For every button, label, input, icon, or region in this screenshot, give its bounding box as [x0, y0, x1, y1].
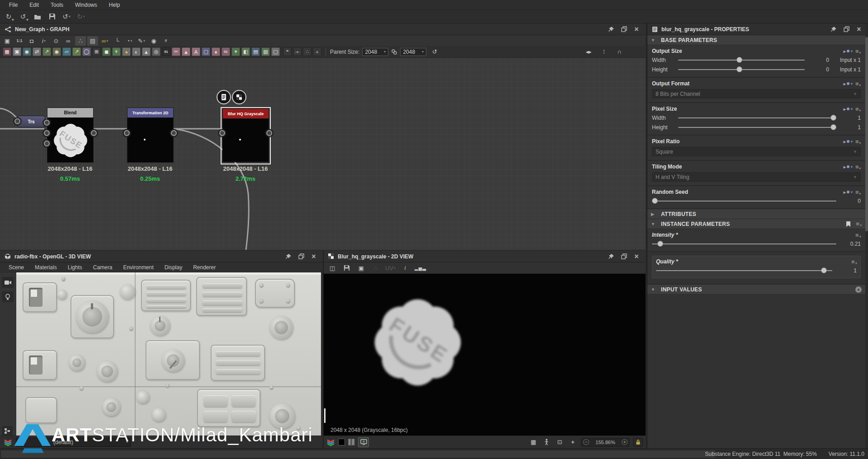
lock-zoom-button[interactable]	[633, 438, 643, 447]
function-button[interactable]: ▸▾	[844, 164, 853, 169]
palette-svg-button[interactable]: ▣	[13, 47, 21, 56]
save-image-button[interactable]	[342, 263, 352, 272]
palette-selection-button[interactable]: ▢	[202, 47, 210, 56]
palette-splines-button[interactable]: ✂	[172, 47, 180, 56]
zoom-level[interactable]: 155.86%	[591, 440, 619, 445]
height-value[interactable]: 1	[840, 124, 861, 131]
input-port[interactable]	[44, 141, 50, 146]
background-pattern-swatch[interactable]	[348, 439, 355, 445]
close-button[interactable]: ×	[632, 253, 641, 261]
view-splitter[interactable]	[323, 251, 324, 448]
options-menu-button[interactable]: ≡▾	[851, 259, 857, 265]
output-format-select[interactable]: 8 Bits per Channel▼	[652, 89, 861, 98]
section-instance-parameters[interactable]: ▼ INSTANCE PARAMETERS ≡▾	[647, 219, 865, 229]
palette-text-button[interactable]: A	[192, 47, 200, 56]
palette-splatter-button[interactable]: ⊞	[92, 47, 101, 56]
palette-transformation-button[interactable]: ▱	[62, 47, 71, 56]
pin-button[interactable]	[284, 253, 293, 261]
view3d-menu-scene[interactable]: Scene	[4, 263, 29, 272]
palette-subgraph-button[interactable]: ∴	[303, 47, 311, 56]
palette-box-button[interactable]: ▤	[251, 47, 260, 56]
camera-tool-button[interactable]	[2, 277, 14, 288]
palette-levels-button[interactable]: ◐	[132, 47, 141, 56]
zoom-in-button[interactable]: +	[622, 439, 627, 445]
palette-safe-transform-button[interactable]: ↗	[72, 47, 81, 56]
display-options-button[interactable]: ◂▸	[583, 47, 594, 56]
light-tool-button[interactable]	[2, 291, 14, 302]
intensity-slider[interactable]	[652, 241, 836, 247]
background-black-swatch[interactable]	[338, 439, 345, 445]
section-base-parameters[interactable]: ▼ BASE PARAMETERS	[647, 35, 865, 45]
palette-hsl-button[interactable]: ◎	[152, 47, 160, 56]
height-slider[interactable]	[678, 124, 836, 131]
reset-size-button[interactable]: ↺	[429, 47, 440, 56]
width-slider[interactable]	[678, 57, 805, 63]
float-window-button[interactable]	[619, 25, 628, 33]
zoom-actual-button[interactable]: 1:1	[14, 36, 25, 46]
search-button[interactable]: ⊙	[51, 36, 61, 46]
function-button[interactable]: ▸▾	[844, 139, 853, 144]
close-button[interactable]: ×	[632, 25, 641, 33]
menu-item-tools[interactable]: Tools	[45, 0, 69, 9]
pixel-ratio-select[interactable]: Square▼	[652, 147, 861, 156]
menu-item-windows[interactable]: Windows	[70, 0, 103, 9]
palette-fractal-button[interactable]: ✶	[231, 47, 240, 56]
palette-directional-warp-button[interactable]: ⇄	[33, 47, 41, 56]
timing-button[interactable]: ◔▾	[124, 36, 135, 46]
uv-overlay-select[interactable]: UV▾	[385, 263, 396, 272]
material-channels-icon[interactable]	[4, 438, 12, 446]
view-2d-viewport[interactable]: 2048 x 2048 (Grayscale, 16bpc)	[324, 274, 646, 436]
input-port[interactable]	[44, 130, 50, 136]
function-button[interactable]: ▸▾	[844, 190, 853, 195]
palette-pin-node-button[interactable]: +	[313, 47, 321, 56]
options-menu-button[interactable]: ≡▾	[855, 232, 861, 238]
palette-blur-button[interactable]: ◉	[23, 47, 31, 56]
preset-icon[interactable]	[845, 221, 851, 227]
node-blur-hq-grayscale[interactable]: Blur HQ Grayscale 2048x2048 - L16 2.72ms	[222, 108, 269, 162]
undo-button[interactable]: ↺▾	[61, 11, 72, 22]
link-display-button[interactable]: ∞	[63, 36, 74, 46]
mannequin-button[interactable]	[542, 438, 552, 447]
create-link-button[interactable]: ∞▾	[99, 36, 110, 46]
link-wh-icon[interactable]	[391, 49, 397, 55]
palette-value-button[interactable]: ●	[122, 47, 131, 56]
palette-comment-button[interactable]: ❝	[283, 47, 292, 56]
input-port[interactable]	[14, 118, 20, 124]
pin-button[interactable]	[607, 253, 616, 261]
palette-motion-blur-button[interactable]: ◉	[52, 47, 61, 56]
float-window-button[interactable]	[619, 253, 628, 261]
output-port[interactable]	[91, 130, 97, 136]
view3d-menu-renderer[interactable]: Renderer	[188, 263, 221, 272]
fit-view-button[interactable]: ▣	[2, 36, 13, 46]
output-port[interactable]	[266, 130, 272, 136]
view3d-menu-camera[interactable]: Camera	[88, 263, 118, 272]
snap-button[interactable]: ∩	[614, 47, 625, 56]
palette-frame-item-button[interactable]: ▢	[271, 47, 280, 56]
height-input-mode[interactable]: Input x 1	[833, 66, 861, 73]
float-window-button[interactable]	[842, 25, 851, 33]
parent-height-select[interactable]: 2048▾	[400, 48, 426, 56]
hierarchy-button[interactable]	[2, 426, 13, 436]
function-button[interactable]: ▸▾	[844, 81, 853, 86]
histogram-button[interactable]: ▂▅▃	[415, 263, 426, 272]
palette-paths-button[interactable]: ♦	[212, 47, 220, 56]
output-usage-badge[interactable]	[217, 90, 231, 104]
layers-stack-button[interactable]: ▤	[87, 36, 98, 46]
pin-button[interactable]	[607, 25, 616, 33]
copy-image-button[interactable]: ▣	[356, 263, 366, 272]
parent-width-select[interactable]: 2048▾	[362, 48, 388, 56]
palette-gradient-button[interactable]: ◧	[241, 47, 250, 56]
view3d-menu-materials[interactable]: Materials	[30, 263, 62, 272]
material-select[interactable]: (default) ▾	[16, 438, 131, 447]
palette-lights-button[interactable]: ☀	[112, 47, 121, 56]
palette-curve-button[interactable]: ↗	[42, 47, 51, 56]
close-button[interactable]: ×	[854, 25, 863, 33]
tools-button[interactable]: ✎▾	[136, 36, 147, 46]
properties-scrollbar[interactable]	[865, 23, 868, 448]
frame-button[interactable]: #	[160, 36, 171, 46]
open-button[interactable]	[32, 11, 43, 22]
view3d-menu-lights[interactable]: Lights	[63, 263, 87, 272]
new-substance-button[interactable]: ↻+	[3, 11, 14, 22]
intensity-value[interactable]: 0.21	[840, 241, 861, 247]
float-window-button[interactable]	[297, 253, 306, 261]
